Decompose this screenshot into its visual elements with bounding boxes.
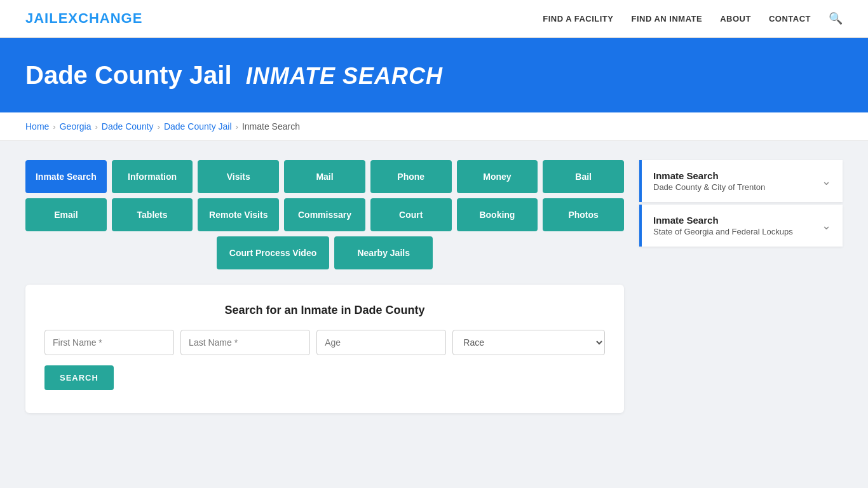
right-sidebar: Inmate Search Dade County & City of Tren…: [639, 160, 843, 413]
hero-title-italic: Inmate Search: [246, 63, 443, 89]
nav-btn-booking[interactable]: Booking: [457, 198, 538, 231]
nav-btn-mail[interactable]: Mail: [284, 160, 365, 193]
logo-exchange: EXCHANGE: [58, 10, 143, 26]
main-nav: Find a Facility Find an Inmate About Con…: [543, 11, 843, 25]
search-form-box: Search for an Inmate in Dade County Race…: [25, 285, 624, 413]
nav-btn-nearby-jails[interactable]: Nearby Jails: [334, 236, 433, 269]
left-column: Inmate Search Information Visits Mail Ph…: [25, 160, 624, 413]
breadcrumb-current: Inmate Search: [242, 121, 300, 132]
logo-jail: JAIL: [25, 10, 58, 26]
nav-btn-photos[interactable]: Photos: [543, 198, 624, 231]
chevron-down-icon-2: ⌄: [822, 219, 831, 233]
race-select[interactable]: Race White Black Hispanic Asian Other: [452, 330, 605, 355]
chevron-down-icon-1: ⌄: [822, 174, 831, 188]
sidebar-card-1: Inmate Search Dade County & City of Tren…: [639, 160, 843, 202]
nav-buttons-row1: Inmate Search Information Visits Mail Ph…: [25, 160, 624, 193]
nav-btn-remote-visits[interactable]: Remote Visits: [198, 198, 279, 231]
nav-btn-money[interactable]: Money: [457, 160, 538, 193]
search-form-title: Search for an Inmate in Dade County: [44, 304, 605, 317]
sidebar-card-1-header[interactable]: Inmate Search Dade County & City of Tren…: [639, 160, 843, 202]
sidebar-card-1-titles: Inmate Search Dade County & City of Tren…: [653, 170, 765, 192]
nav-btn-commissary[interactable]: Commissary: [284, 198, 365, 231]
hero-title-main: Dade County Jail: [25, 61, 232, 89]
nav-about[interactable]: About: [720, 14, 751, 24]
breadcrumb-sep-1: ›: [53, 122, 55, 132]
nav-btn-visits[interactable]: Visits: [198, 160, 279, 193]
nav-btn-inmate-search[interactable]: Inmate Search: [25, 160, 107, 193]
nav-find-facility[interactable]: Find a Facility: [543, 14, 613, 24]
sidebar-card-1-title: Inmate Search: [653, 170, 765, 181]
breadcrumb-georgia[interactable]: Georgia: [60, 121, 92, 132]
main-container: Inmate Search Information Visits Mail Ph…: [0, 141, 868, 432]
breadcrumb-dade-county[interactable]: Dade County: [102, 121, 154, 132]
nav-contact[interactable]: Contact: [769, 14, 811, 24]
search-form-row: Race White Black Hispanic Asian Other: [44, 330, 605, 355]
nav-btn-bail[interactable]: Bail: [543, 160, 624, 193]
sidebar-card-2: Inmate Search State of Georgia and Feder…: [639, 205, 843, 247]
nav-btn-information[interactable]: Information: [112, 160, 193, 193]
nav-find-inmate[interactable]: Find an Inmate: [631, 14, 702, 24]
age-input[interactable]: [316, 330, 446, 355]
nav-btn-court[interactable]: Court: [370, 198, 452, 231]
breadcrumb-sep-2: ›: [95, 122, 98, 132]
nav-buttons-row2: Email Tablets Remote Visits Commissary C…: [25, 198, 624, 231]
sidebar-card-2-subtitle: State of Georgia and Federal Lockups: [653, 227, 793, 236]
sidebar-card-2-header[interactable]: Inmate Search State of Georgia and Feder…: [639, 205, 843, 247]
last-name-input[interactable]: [180, 330, 310, 355]
header: JAILEXCHANGE Find a Facility Find an Inm…: [0, 0, 868, 38]
search-button[interactable]: SEARCH: [44, 365, 114, 390]
breadcrumb-sep-4: ›: [236, 122, 238, 132]
breadcrumb-sep-3: ›: [158, 122, 160, 132]
nav-btn-court-process-video[interactable]: Court Process Video: [217, 236, 329, 269]
breadcrumb-dade-jail[interactable]: Dade County Jail: [164, 121, 232, 132]
nav-btn-tablets[interactable]: Tablets: [112, 198, 193, 231]
search-icon-button[interactable]: 🔍: [829, 11, 843, 25]
breadcrumb: Home › Georgia › Dade County › Dade Coun…: [0, 112, 868, 141]
sidebar-card-1-subtitle: Dade County & City of Trenton: [653, 182, 765, 192]
sidebar-card-2-title: Inmate Search: [653, 215, 793, 226]
first-name-input[interactable]: [44, 330, 174, 355]
nav-buttons-row3: Court Process Video Nearby Jails: [25, 236, 624, 269]
hero-title: Dade County Jail Inmate Search: [25, 61, 843, 90]
sidebar-card-2-titles: Inmate Search State of Georgia and Feder…: [653, 215, 793, 236]
nav-btn-email[interactable]: Email: [25, 198, 107, 231]
nav-btn-phone[interactable]: Phone: [370, 160, 452, 193]
breadcrumb-home[interactable]: Home: [25, 121, 49, 132]
logo: JAILEXCHANGE: [25, 10, 142, 27]
hero-section: Dade County Jail Inmate Search: [0, 38, 868, 112]
